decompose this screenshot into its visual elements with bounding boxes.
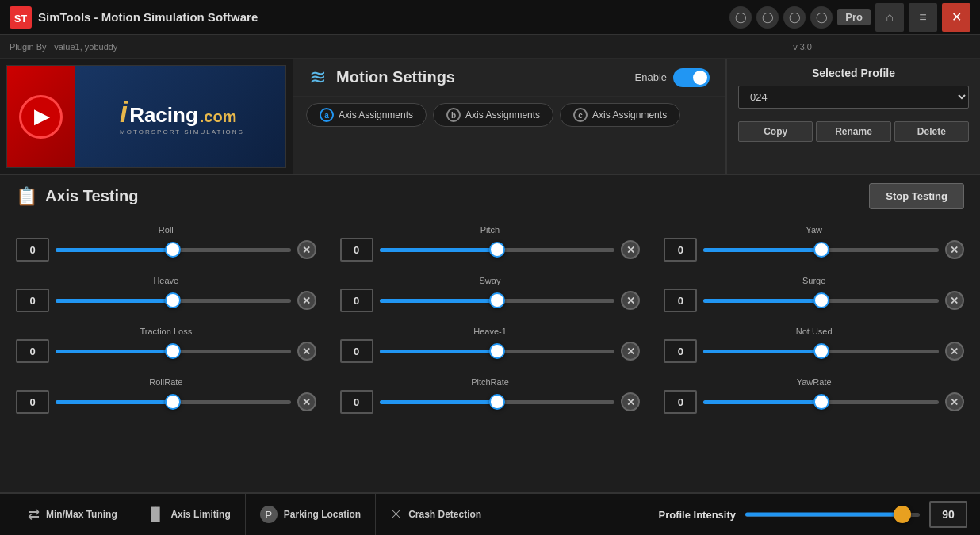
bottom-item-parking[interactable]: P Parking Location <box>246 494 376 535</box>
slider-thumb-sway <box>489 292 505 308</box>
bottom-item-crash[interactable]: ✳ Crash Detection <box>376 494 496 535</box>
crash-label: Crash Detection <box>408 509 481 520</box>
tb-btn-4[interactable]: ◯ <box>810 6 833 29</box>
profile-intensity-section: Profile Intensity 90 <box>658 501 967 528</box>
axis-testing-header: 📋 Axis Testing Stop Testing <box>16 183 964 209</box>
slider-controls-roll: 0 ✕ <box>16 238 316 262</box>
slider-clear-yaw[interactable]: ✕ <box>945 240 964 259</box>
svg-text:ST: ST <box>14 13 28 25</box>
axis-b-circle: b <box>446 108 461 122</box>
axis-tabs-row: a Axis Assignments b Axis Assignments c … <box>293 97 725 133</box>
slider-track-yaw[interactable] <box>703 238 939 262</box>
slider-fill-pitch <box>380 248 497 252</box>
slider-track-surge[interactable] <box>703 289 939 312</box>
slider-label-not-used: Not Used <box>664 327 964 336</box>
slider-value-not-used: 0 <box>664 339 697 363</box>
close-btn[interactable]: ✕ <box>942 3 970 32</box>
slider-controls-sway: 0 ✕ <box>340 289 641 312</box>
slider-value-pitch: 0 <box>340 238 373 262</box>
minmax-icon: ⇄ <box>28 506 40 523</box>
slider-fill-roll <box>56 248 173 252</box>
slider-value-yaw-rate: 0 <box>664 390 697 414</box>
bottom-item-axis-limiting[interactable]: ▐▌ Axis Limiting <box>132 494 246 535</box>
slider-thumb-roll-rate <box>165 394 181 410</box>
slider-controls-yaw: 0 ✕ <box>664 238 964 262</box>
slider-fill-heave <box>56 299 173 303</box>
slider-track-not-used[interactable] <box>703 339 939 363</box>
slider-value-traction-loss: 0 <box>16 339 49 363</box>
game-logo-panel: ▶ i Racing .com MOTORSPORT SIMULATIONS <box>0 59 293 174</box>
slider-track-traction-loss[interactable] <box>56 339 291 363</box>
axis-testing-title: 📋 Axis Testing <box>16 186 138 207</box>
slider-clear-yaw-rate[interactable]: ✕ <box>945 392 964 411</box>
slider-controls-roll-rate: 0 ✕ <box>16 390 316 414</box>
delete-btn[interactable]: Delete <box>894 121 969 142</box>
slider-fill-roll-rate <box>56 400 173 404</box>
minmax-label: Min/Max Tuning <box>46 509 117 520</box>
slider-track-pitch[interactable] <box>380 238 615 262</box>
enable-toggle-switch[interactable] <box>673 68 710 87</box>
slider-clear-not-used[interactable]: ✕ <box>945 342 964 361</box>
version-label: v 3.0 <box>793 42 812 52</box>
pi-fill <box>745 513 902 517</box>
slider-thumb-not-used <box>813 343 829 359</box>
slider-label-pitch: Pitch <box>340 225 641 235</box>
slider-label-roll-rate: RollRate <box>16 377 316 387</box>
menu-btn[interactable]: ≡ <box>909 3 937 32</box>
crash-icon: ✳ <box>390 506 402 523</box>
axis-c-label: Axis Assignments <box>592 109 667 120</box>
slider-fill-pitch-rate <box>380 400 497 404</box>
motion-settings-panel: ≋ Motion Settings Enable a Axis Assignme… <box>293 59 726 174</box>
profile-panel-title: Selected Profile <box>738 67 969 79</box>
sliders-grid: Roll 0 ✕ Pitch 0 <box>16 225 964 414</box>
slider-track-pitch-rate[interactable] <box>380 390 615 414</box>
slider-value-roll-rate: 0 <box>16 390 49 414</box>
profile-buttons: Copy Rename Delete <box>738 121 969 142</box>
slider-clear-roll[interactable]: ✕ <box>297 240 316 259</box>
slider-row-sway: Sway 0 ✕ <box>340 276 641 312</box>
slider-clear-pitch[interactable]: ✕ <box>621 240 640 259</box>
slider-track-sway[interactable] <box>380 289 615 312</box>
slider-clear-pitch-rate[interactable]: ✕ <box>621 392 640 411</box>
axis-tab-a[interactable]: a Axis Assignments <box>306 103 427 127</box>
slider-controls-traction-loss: 0 ✕ <box>16 339 316 363</box>
toggle-knob <box>693 71 707 85</box>
slider-thumb-pitch-rate <box>489 394 505 410</box>
slider-row-heave: Heave 0 ✕ <box>16 276 316 312</box>
slider-track-yaw-rate[interactable] <box>703 390 939 414</box>
profile-select[interactable]: 024 <box>738 86 969 109</box>
slider-fill-heave-1 <box>380 350 497 353</box>
tb-btn-2[interactable]: ◯ <box>756 6 779 29</box>
slider-track-heave[interactable] <box>56 289 291 312</box>
slider-value-sway: 0 <box>340 289 373 312</box>
copy-btn[interactable]: Copy <box>738 121 813 142</box>
slider-clear-heave-1[interactable]: ✕ <box>621 342 640 361</box>
rename-btn[interactable]: Rename <box>816 121 890 142</box>
slider-label-heave: Heave <box>16 276 316 285</box>
axis-tab-b[interactable]: b Axis Assignments <box>433 103 553 127</box>
slider-track-heave-1[interactable] <box>380 339 615 363</box>
slider-clear-heave[interactable]: ✕ <box>297 291 316 310</box>
bottom-item-minmax[interactable]: ⇄ Min/Max Tuning <box>13 494 132 535</box>
slider-clear-sway[interactable]: ✕ <box>621 291 640 310</box>
motion-header-row: ≋ Motion Settings Enable <box>293 59 725 97</box>
slider-fill-surge <box>703 299 821 303</box>
axis-b-label: Axis Assignments <box>465 109 540 120</box>
home-btn[interactable]: ⌂ <box>875 3 904 32</box>
slider-track-roll-rate[interactable] <box>56 390 291 414</box>
axis-tab-c[interactable]: c Axis Assignments <box>560 103 680 127</box>
slider-clear-roll-rate[interactable]: ✕ <box>297 392 316 411</box>
tb-btn-3[interactable]: ◯ <box>783 6 806 29</box>
tb-btn-1[interactable]: ◯ <box>729 6 752 29</box>
slider-thumb-yaw-rate <box>813 394 829 410</box>
slider-clear-surge[interactable]: ✕ <box>945 291 964 310</box>
enable-label: Enable <box>635 71 667 83</box>
slider-label-roll: Roll <box>16 225 316 235</box>
stop-testing-button[interactable]: Stop Testing <box>869 183 964 209</box>
axis-testing-label: Axis Testing <box>45 187 138 205</box>
profile-intensity-slider[interactable] <box>745 506 920 522</box>
slider-clear-traction-loss[interactable]: ✕ <box>297 342 316 361</box>
axis-c-circle: c <box>573 108 588 122</box>
slider-label-surge: Surge <box>664 276 964 285</box>
slider-track-roll[interactable] <box>56 238 291 262</box>
